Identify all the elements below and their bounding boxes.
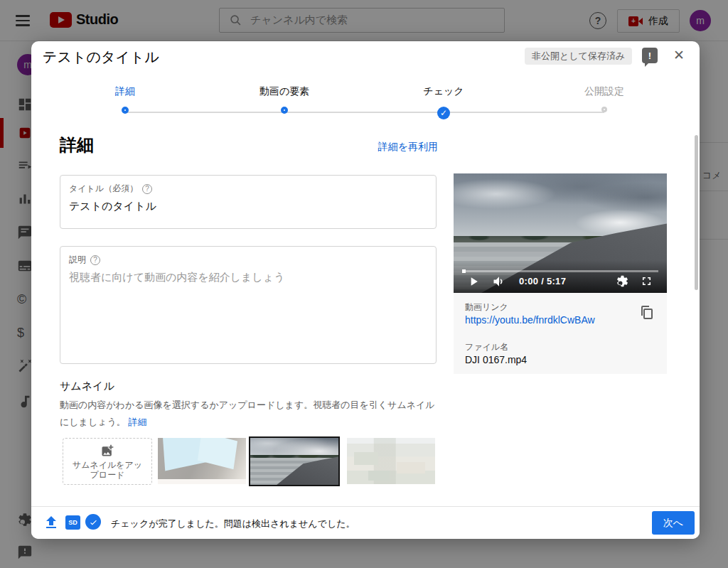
upload-status-icon: [43, 514, 60, 531]
add-photo-icon: [100, 444, 114, 458]
filename-value: DJI 0167.mp4: [465, 354, 527, 365]
checks-status-message: チェックが完了しました。問題は検出されませんでした。: [111, 518, 355, 530]
copy-icon[interactable]: [638, 304, 655, 321]
video-info-panel: 動画リンク https://youtu.be/fnrdklCwBAw ファイル名…: [454, 293, 667, 374]
player-time: 0:00 / 5:17: [519, 276, 566, 286]
details-section-heading: 詳細: [60, 134, 94, 156]
step-video-elements[interactable]: 動画の要素: [259, 85, 309, 98]
title-field-label: タイトル（必須）: [69, 183, 138, 195]
filename-label: ファイル名: [465, 341, 508, 353]
description-help-icon[interactable]: ?: [90, 255, 100, 265]
description-field-label: 説明: [69, 254, 86, 266]
title-field[interactable]: タイトル（必須） ? テストのタイトル: [60, 175, 437, 229]
thumbnail-option-3[interactable]: [347, 438, 435, 484]
player-progress-bar[interactable]: [462, 270, 658, 272]
send-feedback-icon[interactable]: !: [642, 48, 658, 63]
step-dot-visibility: [601, 107, 607, 112]
description-placeholder: 視聴者に向けて動画の内容を紹介しましょう: [69, 271, 427, 284]
step-dot-checks[interactable]: ✓: [437, 107, 450, 119]
title-field-value[interactable]: テストのタイトル: [69, 200, 427, 213]
checks-complete-icon: [85, 514, 101, 530]
step-dot-video-elements[interactable]: [281, 107, 288, 114]
player-settings-icon[interactable]: [616, 274, 630, 289]
title-help-icon[interactable]: ?: [142, 184, 152, 194]
video-link-label: 動画リンク: [465, 301, 508, 314]
dialog-scrollbar[interactable]: [695, 135, 698, 290]
step-details[interactable]: 詳細: [115, 85, 135, 98]
next-button[interactable]: 次へ: [652, 511, 695, 535]
video-details-dialog: テストのタイトル 非公開として保存済み ! ✕ 詳細 動画の要素 チェック 公開…: [31, 41, 700, 539]
thumbnail-option-1[interactable]: [158, 438, 246, 484]
stepper-track: [125, 112, 604, 113]
description-field[interactable]: 説明 ? 視聴者に向けて動画の内容を紹介しましょう: [60, 246, 437, 364]
upload-thumbnail-button[interactable]: サムネイルをアップロード: [63, 438, 152, 485]
thumbnail-details-link[interactable]: 詳細: [128, 417, 146, 427]
dialog-footer: SD チェックが完了しました。問題は検出されませんでした。 次へ: [31, 506, 700, 539]
sd-quality-badge: SD: [65, 515, 80, 530]
save-status-badge: 非公開として保存済み: [525, 48, 632, 65]
progress-playhead[interactable]: [462, 269, 466, 273]
step-visibility: 公開設定: [584, 85, 624, 98]
youtube-studio-screen: Studio チャンネル内で検索 ? + 作成 m m © $: [0, 0, 728, 568]
thumbnail-section-description: 動画の内容がわかる画像を選択するかアップロードします。視聴者の目を引くサムネイル…: [60, 397, 441, 431]
reuse-details-link[interactable]: 詳細を再利用: [344, 141, 438, 154]
fullscreen-icon[interactable]: [640, 274, 654, 289]
video-link-url[interactable]: https://youtu.be/fnrdklCwBAw: [465, 314, 595, 326]
step-checks[interactable]: チェック: [423, 85, 464, 98]
video-player[interactable]: 0:00 / 5:17: [454, 173, 667, 293]
thumbnail-option-2-selected[interactable]: [249, 436, 340, 486]
step-dot-details[interactable]: [122, 107, 129, 114]
thumbnail-section-heading: サムネイル: [60, 380, 114, 393]
dialog-title: テストのタイトル: [43, 48, 159, 67]
volume-icon[interactable]: [492, 274, 506, 289]
play-icon[interactable]: [466, 274, 481, 289]
upload-thumbnail-label: サムネイルをアップロード: [68, 460, 146, 480]
close-icon[interactable]: ✕: [670, 45, 688, 64]
